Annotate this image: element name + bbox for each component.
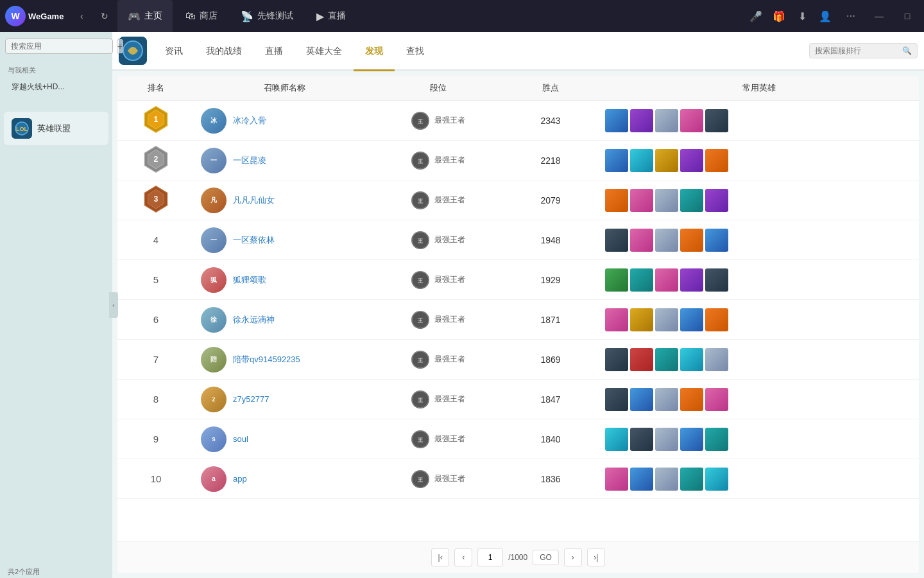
table-row: 8 z z7y52777 王 最强王者 1847 bbox=[117, 380, 919, 419]
maximize-button[interactable]: □ bbox=[896, 6, 919, 26]
champ-icon bbox=[605, 348, 628, 371]
first-page-button[interactable]: |‹ bbox=[431, 548, 449, 566]
pagination: |‹ ‹ /1000 GO › ›| bbox=[117, 541, 919, 573]
user-button[interactable]: 👤 bbox=[816, 7, 834, 25]
ranking-container: 排名 召唤师名称 段位 胜点 常用英雄 1 冰 冰冷入骨 王 最强王者 bbox=[117, 76, 919, 573]
rank-number: 6 bbox=[117, 314, 194, 325]
champ-icon bbox=[630, 388, 653, 411]
tier-cell: 王 最强王者 bbox=[374, 311, 502, 329]
player-info[interactable]: 一 一区昆凌 bbox=[194, 148, 374, 173]
tab-livestream[interactable]: 直播 bbox=[253, 33, 295, 71]
cf-game-item[interactable]: 穿越火线+HD... bbox=[4, 78, 108, 96]
content-area: 资讯 我的战绩 直播 英雄大全 发现 查找 🔍 bbox=[112, 32, 924, 578]
points-cell: 1840 bbox=[502, 434, 599, 444]
page-input[interactable] bbox=[477, 548, 503, 566]
player-name: 徐永远滴神 bbox=[233, 314, 275, 326]
player-avatar: 凡 bbox=[201, 188, 227, 213]
sidebar-collapse-button[interactable]: ‹ bbox=[109, 292, 118, 318]
tier-name: 最强王者 bbox=[434, 155, 465, 166]
player-info[interactable]: 徐 徐永远滴神 bbox=[194, 307, 374, 333]
next-page-button[interactable]: › bbox=[564, 548, 582, 566]
tab-home[interactable]: 🎮 主页 bbox=[117, 0, 173, 32]
champ-icon bbox=[630, 149, 653, 172]
tab-find[interactable]: 查找 bbox=[395, 33, 436, 71]
tier-icon: 王 bbox=[411, 231, 429, 249]
champ-icon bbox=[655, 308, 678, 331]
tab-discover[interactable]: 发现 bbox=[354, 33, 395, 71]
player-info[interactable]: 冰 冰冷入骨 bbox=[194, 108, 374, 134]
table-row: 9 s soul 王 最强王者 1840 bbox=[117, 419, 919, 459]
prev-page-button[interactable]: ‹ bbox=[454, 548, 472, 566]
live-icon: ▶ bbox=[316, 10, 324, 22]
titlebar-right: 🎤 🎁 ⬇ 👤 ⋯ — □ bbox=[747, 6, 919, 26]
player-name: 冰冷入骨 bbox=[233, 115, 266, 127]
points-cell: 1948 bbox=[502, 235, 599, 245]
tab-pioneer-label: 先锋测试 bbox=[257, 10, 293, 22]
player-info[interactable]: 陪 陪带qv914592235 bbox=[194, 347, 374, 372]
player-info[interactable]: 一 一区蔡依林 bbox=[194, 227, 374, 253]
rank-number: 1 bbox=[117, 105, 194, 136]
player-info[interactable]: s soul bbox=[194, 426, 374, 452]
logo-text: WeGame bbox=[28, 12, 64, 21]
tier-name: 最强王者 bbox=[434, 115, 465, 126]
player-info[interactable]: a app bbox=[194, 466, 374, 492]
champs-cell bbox=[599, 109, 919, 132]
tier-icon: 王 bbox=[411, 311, 429, 329]
champ-icon bbox=[605, 468, 628, 491]
game-nav: 资讯 我的战绩 直播 英雄大全 发现 查找 🔍 bbox=[112, 32, 924, 71]
refresh-button[interactable]: ↻ bbox=[94, 6, 115, 26]
player-info[interactable]: z z7y52777 bbox=[194, 387, 374, 412]
champ-icon bbox=[655, 348, 678, 371]
lol-game-item[interactable]: LOL 英雄联盟 bbox=[4, 112, 108, 145]
svg-text:王: 王 bbox=[418, 398, 423, 403]
shop-icon: 🛍 bbox=[185, 10, 196, 22]
player-info[interactable]: 狐 狐狸颂歌 bbox=[194, 267, 374, 293]
ranking-search-input[interactable] bbox=[815, 46, 898, 55]
minimize-button[interactable]: — bbox=[868, 6, 891, 26]
tab-heroes[interactable]: 英雄大全 bbox=[295, 33, 354, 71]
player-info[interactable]: 凡 凡凡凡仙女 bbox=[194, 188, 374, 213]
svg-text:1: 1 bbox=[154, 115, 158, 124]
home-icon: 🎮 bbox=[128, 10, 141, 22]
champ-icon bbox=[705, 348, 728, 371]
points-cell: 1836 bbox=[502, 474, 599, 484]
svg-text:王: 王 bbox=[418, 119, 423, 125]
champ-icon bbox=[705, 109, 728, 132]
champ-icon bbox=[655, 268, 678, 292]
champ-icon bbox=[630, 468, 653, 491]
tier-cell: 王 最强王者 bbox=[374, 430, 502, 448]
mic-button[interactable]: 🎤 bbox=[747, 7, 765, 25]
ranking-rows: 1 冰 冰冷入骨 王 最强王者 2343 2 一 一区昆凌 王 bbox=[117, 101, 919, 541]
header-champs: 常用英雄 bbox=[599, 82, 919, 94]
champ-icon bbox=[630, 229, 653, 252]
menu-button[interactable]: ⋯ bbox=[839, 6, 862, 26]
tab-shop[interactable]: 🛍 商店 bbox=[175, 0, 228, 32]
svg-text:3: 3 bbox=[154, 195, 158, 204]
sidebar-search-area: + bbox=[0, 32, 112, 60]
add-app-button[interactable]: + bbox=[117, 39, 123, 53]
champ-icon bbox=[705, 308, 728, 331]
logo-icon: W bbox=[5, 6, 26, 26]
tab-live[interactable]: ▶ 直播 bbox=[306, 0, 356, 32]
go-button[interactable]: GO bbox=[533, 550, 559, 565]
tab-news[interactable]: 资讯 bbox=[153, 33, 194, 71]
player-name: 一区昆凌 bbox=[233, 155, 266, 166]
gift-button[interactable]: 🎁 bbox=[770, 7, 788, 25]
player-name: soul bbox=[233, 434, 248, 444]
points-cell: 1869 bbox=[502, 355, 599, 365]
svg-text:王: 王 bbox=[418, 437, 423, 443]
champs-cell bbox=[599, 468, 919, 491]
search-icon[interactable]: 🔍 bbox=[902, 46, 912, 55]
tab-battles[interactable]: 我的战绩 bbox=[194, 33, 253, 71]
player-avatar: 一 bbox=[201, 227, 227, 253]
champ-icon bbox=[655, 229, 678, 252]
last-page-button[interactable]: ›| bbox=[587, 548, 605, 566]
back-button[interactable]: ‹ bbox=[71, 6, 92, 26]
search-input[interactable] bbox=[5, 39, 113, 54]
champs-cell bbox=[599, 348, 919, 371]
champ-icon bbox=[605, 268, 628, 292]
download-button[interactable]: ⬇ bbox=[793, 7, 811, 25]
champ-icon bbox=[655, 149, 678, 172]
player-avatar: 陪 bbox=[201, 347, 227, 372]
tab-pioneer[interactable]: 📡 先锋测试 bbox=[230, 0, 304, 32]
